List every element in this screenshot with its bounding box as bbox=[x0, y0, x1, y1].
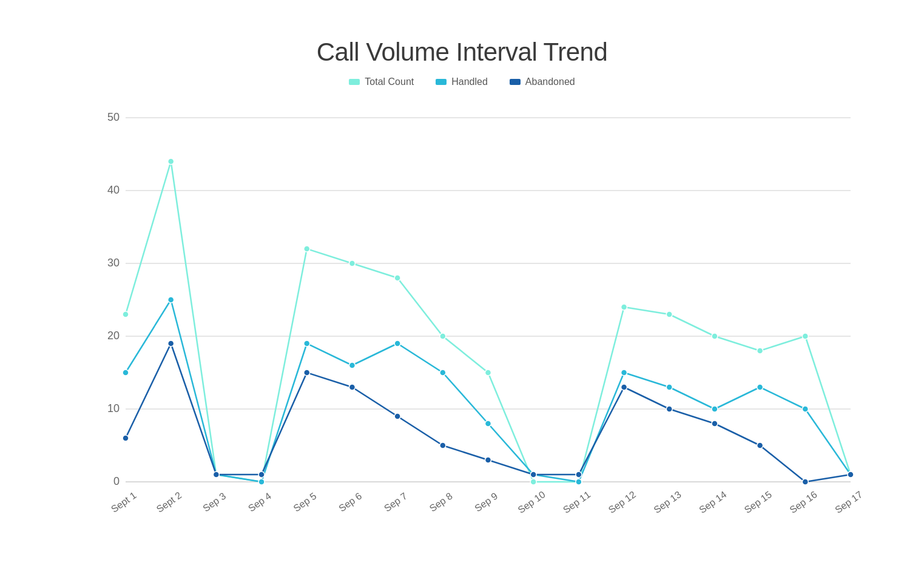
svg-point-31 bbox=[167, 158, 174, 164]
svg-point-38 bbox=[485, 370, 491, 376]
legend-swatch-handled bbox=[436, 79, 447, 85]
svg-point-55 bbox=[485, 421, 491, 427]
svg-point-34 bbox=[303, 246, 309, 252]
chart-svg: 01020304050Sept 1Sept 2Sep 3Sep 4Sep 5Se… bbox=[92, 106, 869, 518]
svg-point-73 bbox=[530, 472, 536, 478]
svg-point-54 bbox=[439, 370, 445, 376]
svg-text:Sept 1: Sept 1 bbox=[109, 490, 138, 515]
chart-legend: Total CountHandledAbandoned bbox=[349, 76, 575, 87]
svg-text:Sep 15: Sep 15 bbox=[742, 489, 773, 515]
svg-point-76 bbox=[666, 406, 672, 412]
svg-point-74 bbox=[575, 472, 581, 478]
svg-text:Sep 7: Sep 7 bbox=[382, 490, 408, 513]
svg-point-67 bbox=[258, 472, 265, 478]
svg-text:Sep 13: Sep 13 bbox=[652, 489, 683, 515]
legend-label-handled: Handled bbox=[451, 76, 488, 87]
svg-point-64 bbox=[123, 435, 129, 441]
svg-point-72 bbox=[485, 457, 491, 463]
svg-text:Sep 12: Sep 12 bbox=[606, 489, 637, 515]
svg-point-42 bbox=[666, 311, 672, 317]
svg-point-44 bbox=[757, 348, 763, 354]
svg-text:Sep 16: Sep 16 bbox=[787, 489, 818, 515]
svg-point-79 bbox=[802, 479, 808, 485]
legend-item-abandoned: Abandoned bbox=[510, 76, 575, 87]
svg-text:30: 30 bbox=[107, 257, 119, 269]
svg-point-39 bbox=[530, 479, 536, 485]
svg-point-62 bbox=[802, 406, 808, 412]
svg-point-43 bbox=[711, 333, 717, 339]
svg-text:Sep 6: Sep 6 bbox=[337, 490, 363, 513]
legend-swatch-abandoned bbox=[510, 79, 521, 85]
chart-area: 01020304050Sept 1Sept 2Sep 3Sep 4Sep 5Se… bbox=[92, 106, 869, 518]
svg-point-78 bbox=[757, 442, 763, 448]
svg-point-66 bbox=[213, 472, 219, 478]
svg-point-57 bbox=[575, 479, 581, 485]
svg-text:Sep 8: Sep 8 bbox=[427, 490, 454, 513]
svg-text:Sep 10: Sep 10 bbox=[516, 489, 547, 515]
svg-point-48 bbox=[167, 297, 174, 303]
svg-point-41 bbox=[621, 304, 627, 310]
svg-point-65 bbox=[167, 340, 174, 347]
svg-text:0: 0 bbox=[113, 475, 119, 487]
svg-point-69 bbox=[349, 384, 355, 390]
legend-label-total: Total Count bbox=[365, 76, 414, 87]
svg-point-60 bbox=[711, 406, 717, 412]
svg-text:Sep 5: Sep 5 bbox=[291, 490, 318, 513]
svg-point-58 bbox=[621, 370, 627, 376]
svg-point-45 bbox=[802, 333, 808, 339]
svg-point-71 bbox=[439, 442, 445, 448]
svg-text:20: 20 bbox=[107, 330, 119, 342]
svg-point-37 bbox=[439, 333, 445, 339]
svg-point-61 bbox=[757, 384, 763, 390]
svg-point-50 bbox=[258, 479, 265, 485]
svg-point-47 bbox=[123, 370, 129, 376]
svg-point-70 bbox=[394, 413, 400, 419]
svg-point-51 bbox=[303, 340, 309, 347]
svg-text:Sep 4: Sep 4 bbox=[246, 490, 272, 513]
svg-point-80 bbox=[848, 472, 854, 478]
legend-item-total: Total Count bbox=[349, 76, 414, 87]
svg-text:Sep 14: Sep 14 bbox=[697, 489, 728, 515]
svg-point-30 bbox=[123, 311, 129, 317]
svg-point-53 bbox=[394, 340, 400, 347]
svg-point-75 bbox=[621, 384, 627, 390]
chart-title: Call Volume Interval Trend bbox=[317, 38, 608, 67]
svg-text:Sep 17: Sep 17 bbox=[833, 489, 864, 515]
svg-point-52 bbox=[349, 362, 355, 368]
legend-label-abandoned: Abandoned bbox=[525, 76, 575, 87]
svg-text:40: 40 bbox=[107, 184, 119, 196]
svg-point-36 bbox=[394, 275, 400, 281]
svg-text:Sep 3: Sep 3 bbox=[201, 490, 228, 513]
svg-text:Sep 9: Sep 9 bbox=[473, 490, 499, 513]
svg-point-77 bbox=[711, 421, 717, 427]
svg-text:10: 10 bbox=[107, 402, 119, 414]
svg-text:Sep 11: Sep 11 bbox=[561, 489, 592, 515]
legend-item-handled: Handled bbox=[436, 76, 488, 87]
svg-point-59 bbox=[666, 384, 672, 390]
svg-text:Sept 2: Sept 2 bbox=[154, 490, 183, 515]
legend-swatch-total bbox=[349, 79, 360, 85]
chart-container: Call Volume Interval Trend Total CountHa… bbox=[38, 25, 887, 560]
svg-text:50: 50 bbox=[107, 111, 119, 123]
svg-point-68 bbox=[303, 370, 309, 376]
svg-point-35 bbox=[349, 260, 355, 266]
